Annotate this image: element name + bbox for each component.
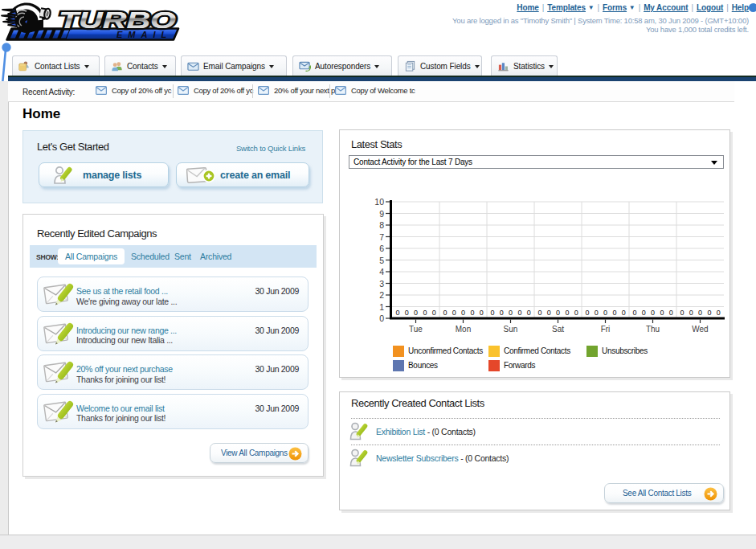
svg-text:6: 6 (379, 244, 384, 253)
svg-text:0: 0 (432, 309, 436, 317)
svg-text:0: 0 (509, 309, 513, 317)
svg-text:4: 4 (379, 267, 384, 277)
svg-text:0: 0 (707, 309, 711, 317)
svg-text:9: 9 (379, 209, 384, 219)
svg-text:0: 0 (395, 309, 399, 317)
svg-text:0: 0 (490, 309, 494, 317)
svg-text:0: 0 (556, 309, 560, 317)
svg-text:0: 0 (443, 309, 447, 317)
svg-text:0: 0 (632, 309, 636, 317)
svg-text:0: 0 (622, 309, 626, 317)
svg-text:0: 0 (680, 309, 684, 317)
svg-text:0: 0 (517, 309, 521, 317)
svg-text:0: 0 (414, 309, 418, 317)
svg-text:0: 0 (547, 309, 551, 317)
svg-text:7: 7 (379, 232, 384, 242)
svg-text:0: 0 (603, 309, 607, 317)
svg-text:0: 0 (423, 309, 427, 317)
svg-text:0: 0 (595, 309, 599, 317)
svg-text:Tue: Tue (409, 325, 423, 334)
svg-text:2: 2 (379, 290, 384, 300)
svg-text:0: 0 (452, 309, 456, 317)
svg-text:0: 0 (537, 309, 541, 317)
svg-text:Sun: Sun (504, 325, 518, 334)
svg-text:0: 0 (612, 309, 616, 317)
svg-text:0: 0 (717, 309, 721, 317)
svg-text:3: 3 (379, 279, 384, 289)
svg-text:0: 0 (565, 309, 569, 317)
svg-text:Mon: Mon (456, 325, 471, 334)
svg-text:1: 1 (379, 302, 384, 312)
svg-text:Wed: Wed (692, 325, 708, 334)
svg-text:0: 0 (480, 309, 484, 317)
svg-text:8: 8 (379, 220, 384, 230)
svg-text:0: 0 (500, 309, 504, 317)
svg-text:0: 0 (585, 309, 589, 317)
svg-text:Fri: Fri (601, 325, 611, 334)
svg-text:Thu: Thu (646, 325, 660, 334)
svg-text:0: 0 (698, 309, 702, 317)
svg-text:0: 0 (574, 309, 578, 317)
svg-text:0: 0 (651, 309, 655, 317)
svg-text:0: 0 (689, 309, 693, 317)
svg-text:0: 0 (660, 309, 664, 317)
svg-text:Sat: Sat (552, 325, 564, 334)
svg-text:5: 5 (379, 256, 384, 265)
svg-text:TURBO: TURBO (59, 6, 176, 33)
svg-text:0: 0 (527, 309, 531, 317)
svg-text:10: 10 (374, 197, 384, 207)
svg-text:0: 0 (669, 309, 673, 317)
svg-text:0: 0 (405, 309, 409, 317)
svg-text:0: 0 (379, 313, 384, 323)
svg-text:0: 0 (642, 309, 646, 317)
svg-text:0: 0 (470, 309, 474, 317)
svg-text:0: 0 (461, 309, 465, 317)
